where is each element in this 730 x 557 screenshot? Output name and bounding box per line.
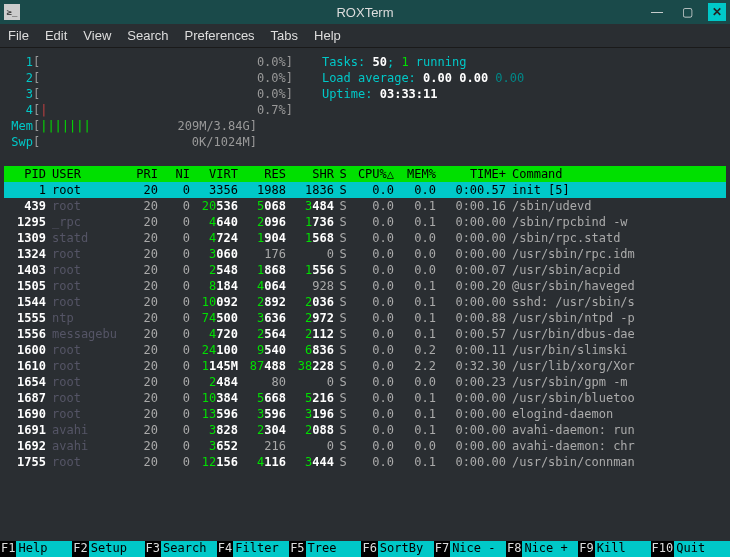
menu-file[interactable]: File bbox=[8, 28, 29, 43]
tasks-running: 1 bbox=[401, 55, 408, 69]
load5: 0.00 bbox=[459, 71, 495, 85]
fnkey-f2: F2 bbox=[72, 541, 88, 557]
mem-usage: 209M/3.84G bbox=[177, 119, 249, 133]
col-shr[interactable]: SHR bbox=[286, 166, 334, 182]
menubar: FileEditViewSearchPreferencesTabsHelp bbox=[0, 24, 730, 48]
col-virt[interactable]: VIRT bbox=[190, 166, 238, 182]
fn-search[interactable]: Search bbox=[161, 541, 217, 557]
swp-usage: 0K/1024M bbox=[185, 135, 250, 149]
fn-quit[interactable]: Quit bbox=[674, 541, 730, 557]
minimize-button[interactable]: — bbox=[648, 3, 666, 21]
fn-setup[interactable]: Setup bbox=[89, 541, 145, 557]
mem-label: Mem bbox=[4, 119, 33, 133]
col-res[interactable]: RES bbox=[238, 166, 286, 182]
maximize-button[interactable]: ▢ bbox=[678, 3, 696, 21]
process-row[interactable]: 1403root200254818681556S0.00.00:00.07/us… bbox=[4, 262, 726, 278]
process-row[interactable]: 1610root2001145M8748838228S0.02.20:32.30… bbox=[4, 358, 726, 374]
window-controls: — ▢ ✕ bbox=[648, 3, 726, 21]
menu-tabs[interactable]: Tabs bbox=[271, 28, 298, 43]
tasks-label: Tasks: bbox=[322, 55, 373, 69]
fnkey-f10: F10 bbox=[651, 541, 675, 557]
col-ni[interactable]: NI bbox=[158, 166, 190, 182]
process-row[interactable]: 1324root20030601760S0.00.00:00.00/usr/sb… bbox=[4, 246, 726, 262]
fnkey-f5: F5 bbox=[289, 541, 305, 557]
fn-nice[interactable]: Nice - bbox=[450, 541, 506, 557]
fn-tree[interactable]: Tree bbox=[306, 541, 362, 557]
fnkey-f6: F6 bbox=[361, 541, 377, 557]
col-time[interactable]: TIME+ bbox=[436, 166, 506, 182]
function-key-bar: F1HelpF2SetupF3SearchF4FilterF5TreeF6Sor… bbox=[0, 541, 730, 557]
menu-help[interactable]: Help bbox=[314, 28, 341, 43]
cpu3-label: 3 bbox=[4, 87, 33, 101]
fnkey-f3: F3 bbox=[145, 541, 161, 557]
process-row[interactable]: 1600root2002410095406836S0.00.20:00.11/u… bbox=[4, 342, 726, 358]
process-row[interactable]: 1556messagebu200472025642112S0.00.10:00.… bbox=[4, 326, 726, 342]
load15: 0.00 bbox=[495, 71, 524, 85]
cpu3-pct: 0.0% bbox=[250, 87, 286, 101]
fn-filter[interactable]: Filter bbox=[233, 541, 289, 557]
menu-search[interactable]: Search bbox=[127, 28, 168, 43]
close-button[interactable]: ✕ bbox=[708, 3, 726, 21]
col-cpu[interactable]: CPU%△ bbox=[352, 166, 394, 182]
process-row[interactable]: 1687root2001038456685216S0.00.10:00.00/u… bbox=[4, 390, 726, 406]
fnkey-f7: F7 bbox=[434, 541, 450, 557]
col-pid[interactable]: PID bbox=[4, 166, 46, 182]
menu-preferences[interactable]: Preferences bbox=[185, 28, 255, 43]
fnkey-f4: F4 bbox=[217, 541, 233, 557]
process-row[interactable]: 1295_rpc200464020961736S0.00.10:00.00/sb… bbox=[4, 214, 726, 230]
process-row[interactable]: 1555ntp2007450036362972S0.00.10:00.88/us… bbox=[4, 310, 726, 326]
tasks-total: 50 bbox=[373, 55, 387, 69]
uptime: 03:33:11 bbox=[380, 87, 438, 101]
load-label: Load average: bbox=[322, 71, 423, 85]
process-table-header[interactable]: PIDUSERPRINIVIRTRESSHRSCPU%△MEM%TIME+Com… bbox=[4, 166, 726, 182]
process-row[interactable]: 439root2002053650683484S0.00.10:00.16/sb… bbox=[4, 198, 726, 214]
cpu4-label: 4 bbox=[4, 103, 33, 117]
fn-nice[interactable]: Nice + bbox=[522, 541, 578, 557]
app-icon: ≥_ bbox=[4, 4, 20, 20]
window-title: ROXTerm bbox=[336, 5, 393, 20]
process-row[interactable]: 1654root2002484800S0.00.00:00.23/usr/sbi… bbox=[4, 374, 726, 390]
col-pri[interactable]: PRI bbox=[126, 166, 158, 182]
col-command[interactable]: Command bbox=[506, 166, 726, 182]
process-row[interactable]: 1692avahi20036522160S0.00.00:00.00avahi-… bbox=[4, 438, 726, 454]
fn-help[interactable]: Help bbox=[16, 541, 72, 557]
cpu4-pct: 0.7% bbox=[250, 103, 286, 117]
process-row[interactable]: 1690root2001359635963196S0.00.10:00.00el… bbox=[4, 406, 726, 422]
col-s[interactable]: S bbox=[334, 166, 352, 182]
process-row[interactable]: 1505root20081844064928S0.00.10:00.20@usr… bbox=[4, 278, 726, 294]
fn-kill[interactable]: Kill bbox=[595, 541, 651, 557]
cpu1-pct: 0.0% bbox=[250, 55, 286, 69]
process-row[interactable]: 1309statd200472419041568S0.00.00:00.00/s… bbox=[4, 230, 726, 246]
col-mem[interactable]: MEM% bbox=[394, 166, 436, 182]
cpu2-label: 2 bbox=[4, 71, 33, 85]
process-row[interactable]: 1root200335619881836S0.00.00:00.57init [… bbox=[4, 182, 726, 198]
process-row[interactable]: 1544root2001009228922036S0.00.10:00.00ss… bbox=[4, 294, 726, 310]
menu-view[interactable]: View bbox=[83, 28, 111, 43]
terminal-area[interactable]: 1[ 0.0%] Tasks: 50; 1 running 2[ 0.0%] L… bbox=[0, 48, 730, 470]
process-row[interactable]: 1691avahi200382823042088S0.00.10:00.00av… bbox=[4, 422, 726, 438]
uptime-label: Uptime: bbox=[322, 87, 380, 101]
fnkey-f1: F1 bbox=[0, 541, 16, 557]
fnkey-f8: F8 bbox=[506, 541, 522, 557]
fnkey-f9: F9 bbox=[578, 541, 594, 557]
cpu2-pct: 0.0% bbox=[250, 71, 286, 85]
process-row[interactable]: 1755root2001215641163444S0.00.10:00.00/u… bbox=[4, 454, 726, 470]
fn-sortby[interactable]: SortBy bbox=[378, 541, 434, 557]
swp-label: Swp bbox=[4, 135, 33, 149]
menu-edit[interactable]: Edit bbox=[45, 28, 67, 43]
load1: 0.00 bbox=[423, 71, 459, 85]
cpu1-label: 1 bbox=[4, 55, 33, 69]
titlebar[interactable]: ≥_ ROXTerm — ▢ ✕ bbox=[0, 0, 730, 24]
col-user[interactable]: USER bbox=[46, 166, 126, 182]
